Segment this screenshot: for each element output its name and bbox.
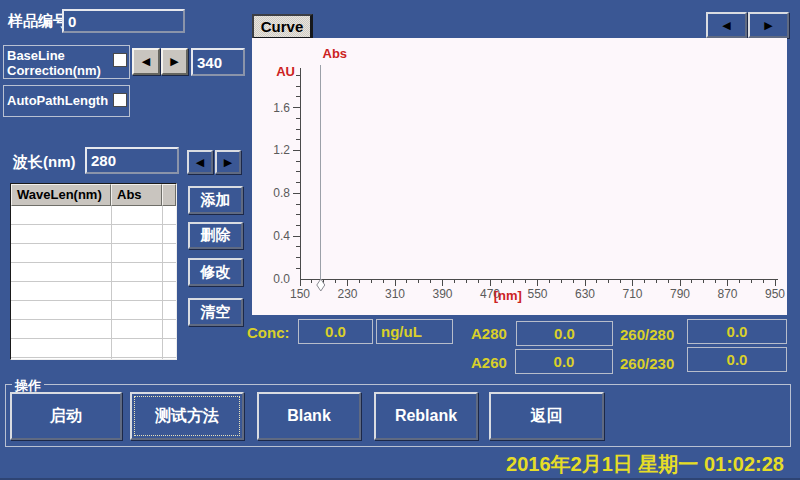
absorbance-chart[interactable]: 1502303103904705506307107908709500.40.81… xyxy=(252,38,787,315)
svg-text:1.2: 1.2 xyxy=(273,143,290,157)
svg-text:150: 150 xyxy=(290,287,310,301)
ratio-260-280-value: 0.0 xyxy=(687,319,787,344)
instrument-screen: 样品编号 BaseLine Correction(nm) ◀ ▶ AutoPat… xyxy=(0,0,800,480)
svg-text:Abs: Abs xyxy=(323,46,348,61)
back-button[interactable]: 返回 xyxy=(489,392,604,440)
add-button[interactable]: 添加 xyxy=(188,186,243,214)
start-button[interactable]: 启动 xyxy=(10,392,122,440)
right-arrow-icon: ▶ xyxy=(764,20,772,31)
right-arrow-icon: ▶ xyxy=(224,157,232,168)
autopathlength-label: AutoPathLength xyxy=(4,86,129,116)
conc-label: Conc: xyxy=(247,324,290,341)
curve-scroll-left-button[interactable]: ◀ xyxy=(706,12,747,38)
datetime-display: 2016年2月1日 星期一 01:02:28 xyxy=(506,451,784,478)
a260-value: 0.0 xyxy=(515,349,613,374)
baseline-label-line2: Correction(nm) xyxy=(7,63,129,78)
column-header-abs: Abs xyxy=(111,184,162,206)
wavelength-input[interactable] xyxy=(85,147,179,174)
svg-text:0.0: 0.0 xyxy=(273,272,290,286)
left-arrow-icon: ◀ xyxy=(722,20,730,31)
svg-text:870: 870 xyxy=(717,287,737,301)
wavelength-decrement-button[interactable]: ◀ xyxy=(187,150,213,174)
svg-text:710: 710 xyxy=(622,287,642,301)
svg-text:630: 630 xyxy=(575,287,595,301)
a260-label: A260 xyxy=(471,354,507,371)
baseline-increment-button[interactable]: ▶ xyxy=(161,48,188,75)
table-grid-line xyxy=(111,206,112,359)
a280-value: 0.0 xyxy=(516,321,613,346)
tab-curve[interactable]: Curve xyxy=(252,14,313,39)
curve-scroll-right-button[interactable]: ▶ xyxy=(748,12,789,38)
delete-button[interactable]: 删除 xyxy=(188,222,243,249)
baseline-decrement-button[interactable]: ◀ xyxy=(132,48,160,75)
svg-text:310: 310 xyxy=(385,287,405,301)
sample-number-label: 样品编号 xyxy=(8,12,68,31)
baseline-correction-box: BaseLine Correction(nm) xyxy=(3,45,130,79)
autopathlength-checkbox[interactable] xyxy=(113,93,127,107)
modify-button[interactable]: 修改 xyxy=(188,258,243,286)
baseline-correction-checkbox[interactable] xyxy=(113,53,127,67)
svg-text:390: 390 xyxy=(432,287,452,301)
table-grid-line xyxy=(162,206,163,359)
column-header-filler xyxy=(162,184,176,206)
conc-unit[interactable]: ng/uL xyxy=(376,319,453,344)
autopathlength-box: AutoPathLength xyxy=(3,85,130,117)
ratio-260-230-label: 260/230 xyxy=(620,355,674,372)
conc-value: 0.0 xyxy=(298,319,373,344)
baseline-label-line1: BaseLine xyxy=(7,48,129,63)
left-arrow-icon: ◀ xyxy=(196,157,204,168)
wavelength-table[interactable]: WaveLen(nm) Abs xyxy=(10,183,177,360)
svg-text:790: 790 xyxy=(670,287,690,301)
wavelength-label: 波长(nm) xyxy=(13,153,76,172)
left-arrow-icon: ◀ xyxy=(142,56,150,67)
svg-text:0.4: 0.4 xyxy=(273,229,290,243)
wavelength-table-body[interactable] xyxy=(11,206,176,359)
svg-text:1.6: 1.6 xyxy=(273,101,290,115)
svg-text:950: 950 xyxy=(765,287,785,301)
sample-number-input[interactable] xyxy=(62,9,185,33)
svg-text:[nm]: [nm] xyxy=(494,288,522,303)
wavelength-table-header: WaveLen(nm) Abs xyxy=(11,184,176,206)
svg-text:AU: AU xyxy=(276,64,295,79)
baseline-wavelength-input[interactable] xyxy=(191,48,245,76)
test-method-button[interactable]: 测试方法 xyxy=(130,392,244,440)
right-arrow-icon: ▶ xyxy=(170,56,178,67)
svg-text:230: 230 xyxy=(337,287,357,301)
ratio-260-280-label: 260/280 xyxy=(620,326,674,343)
a280-label: A280 xyxy=(471,325,507,342)
blank-button[interactable]: Blank xyxy=(257,392,361,440)
absorbance-chart-panel[interactable]: 1502303103904705506307107908709500.40.81… xyxy=(252,38,787,315)
reblank-button[interactable]: Reblank xyxy=(374,392,478,440)
ratio-260-230-value: 0.0 xyxy=(687,347,787,372)
svg-text:0.8: 0.8 xyxy=(273,186,290,200)
svg-text:550: 550 xyxy=(527,287,547,301)
clear-button[interactable]: 清空 xyxy=(188,298,243,326)
column-header-wavelen: WaveLen(nm) xyxy=(11,184,111,206)
wavelength-increment-button[interactable]: ▶ xyxy=(215,150,241,174)
